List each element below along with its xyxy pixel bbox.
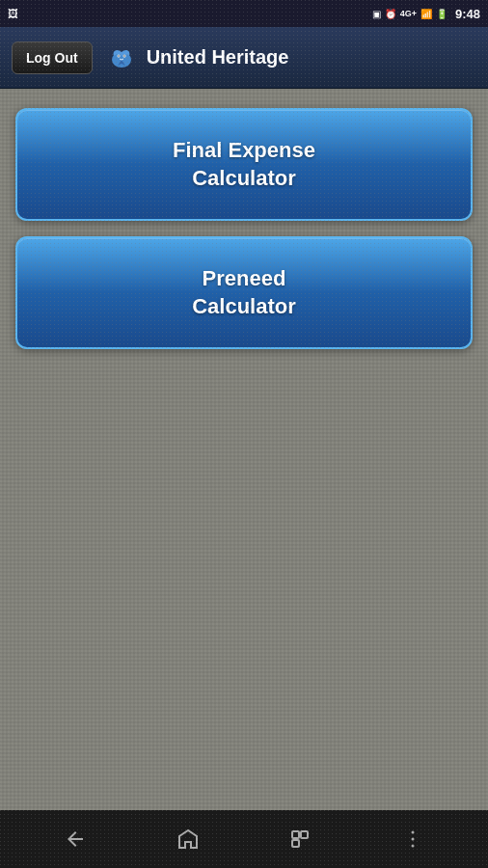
- svg-rect-7: [292, 840, 299, 847]
- home-icon: [176, 827, 200, 851]
- preneed-calculator-button[interactable]: Preneed Calculator: [15, 236, 473, 349]
- final-expense-calculator-button[interactable]: Final Expense Calculator: [15, 108, 473, 221]
- back-icon: [64, 827, 87, 851]
- svg-rect-6: [301, 831, 308, 838]
- home-button[interactable]: [164, 820, 212, 858]
- alarm-icon: ⏰: [385, 9, 396, 19]
- status-time: 9:48: [455, 7, 480, 21]
- back-button[interactable]: [51, 820, 99, 858]
- app-logo-icon: [104, 41, 139, 75]
- main-content: Final Expense Calculator Preneed Calcula…: [0, 89, 488, 810]
- photo-icon: 🖼: [8, 8, 18, 19]
- svg-point-10: [411, 845, 414, 848]
- status-bar: 🖼 ▣ ⏰ 4G+ 📶 🔋 9:48: [0, 0, 488, 27]
- app-title: United Heritage: [147, 46, 289, 68]
- nav-bar: Log Out United Heritage: [0, 27, 488, 89]
- signal-icon: 📶: [420, 9, 432, 19]
- 4g-icon: 4G+: [400, 9, 417, 18]
- bottom-nav-bar: [0, 810, 488, 868]
- svg-rect-5: [292, 831, 299, 838]
- logout-button[interactable]: Log Out: [12, 41, 93, 74]
- more-options-icon: [401, 827, 424, 851]
- recent-apps-icon: [288, 827, 312, 851]
- svg-point-8: [411, 831, 414, 834]
- status-bar-left: 🖼: [8, 8, 368, 19]
- status-icons: ▣ ⏰ 4G+ 📶 🔋: [372, 9, 447, 19]
- battery-icon: 🔋: [436, 9, 447, 19]
- svg-point-3: [118, 55, 119, 56]
- svg-point-4: [123, 55, 124, 56]
- svg-point-9: [411, 838, 414, 841]
- more-options-button[interactable]: [389, 820, 437, 858]
- nav-logo-area: United Heritage: [104, 41, 476, 75]
- sim-icon: ▣: [372, 9, 381, 19]
- recent-apps-button[interactable]: [276, 820, 324, 858]
